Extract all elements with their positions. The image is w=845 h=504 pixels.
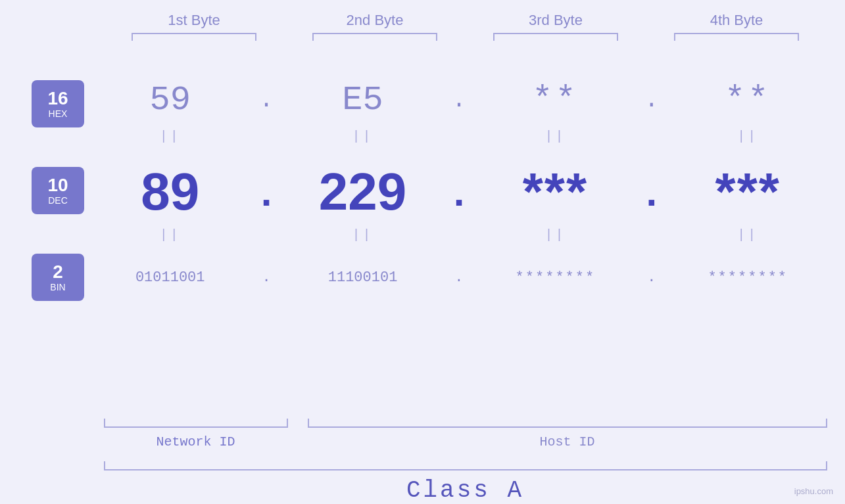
hex-number: 16	[47, 89, 68, 109]
byte2-header: 2nd Byte	[309, 12, 441, 29]
dec-b2-cell: 229	[297, 162, 429, 222]
bin-dot1: .	[250, 269, 283, 286]
sep1-b3: ||	[489, 129, 621, 144]
sep-row-2: || || || ||	[97, 225, 821, 244]
bracket-b2	[312, 33, 437, 41]
dec-dot1: .	[250, 170, 283, 215]
dec-value-row: 89 . 229 . *** . ***	[97, 159, 821, 225]
bin-dot3: .	[635, 269, 668, 286]
byte4-header: 4th Byte	[671, 12, 802, 29]
byte3-header: 3rd Byte	[490, 12, 621, 29]
hex-b3-cell: **	[489, 81, 621, 120]
dec-dot2: .	[443, 170, 475, 215]
bin-dot2: .	[443, 269, 475, 286]
byte-headers-row: 1st Byte 2nd Byte 3rd Byte 4th Byte	[104, 0, 827, 29]
hex-b2-cell: E5	[297, 81, 429, 120]
dec-b1-cell: 89	[105, 162, 236, 222]
bottom-section: Network ID Host ID	[104, 419, 827, 449]
hex-b4: **	[725, 81, 771, 120]
bin-b1: 01011001	[135, 269, 205, 286]
hex-dot2: .	[443, 87, 475, 114]
bin-b2: 11100101	[328, 269, 398, 286]
sep2-b1: ||	[105, 227, 236, 242]
sep2-b2: ||	[297, 227, 429, 242]
watermark: ipshu.com	[794, 486, 833, 496]
bin-b2-cell: 11100101	[297, 269, 429, 286]
sep2-b4: ||	[682, 227, 813, 242]
main-grid: 16 HEX 10 DEC 2 BIN 59 .	[0, 41, 845, 413]
dec-badge: 10 DEC	[32, 167, 84, 214]
bottom-brackets	[104, 419, 827, 428]
dec-b4: ***	[715, 162, 781, 222]
id-labels: Network ID Host ID	[104, 434, 827, 449]
full-bracket-row	[104, 461, 827, 470]
dec-b3-cell: ***	[489, 162, 621, 222]
bin-value-row: 01011001 . 11100101 . ******** .	[97, 251, 821, 304]
bracket-b1	[132, 33, 256, 41]
full-bracket	[104, 461, 827, 470]
network-id-label: Network ID	[104, 434, 288, 449]
dec-dot3: .	[635, 170, 668, 215]
top-brackets	[104, 33, 827, 41]
dec-number: 10	[47, 175, 68, 196]
dec-b4-cell: ***	[682, 162, 813, 222]
hex-dot3: .	[635, 87, 668, 114]
dec-b2: 229	[319, 162, 406, 222]
bin-label: BIN	[50, 282, 65, 292]
sep1-b2: ||	[297, 129, 429, 144]
dec-b1: 89	[141, 162, 199, 222]
bracket-b4	[674, 33, 799, 41]
hex-badge: 16 HEX	[32, 80, 84, 127]
bin-badge: 2 BIN	[32, 254, 84, 301]
sep-row-1: || || || ||	[97, 126, 821, 146]
hex-b4-cell: **	[682, 81, 813, 120]
sep1-b1: ||	[105, 129, 236, 144]
hex-b3: **	[532, 81, 578, 120]
bin-b3: ********	[516, 269, 596, 286]
labels-column: 16 HEX 10 DEC 2 BIN	[0, 54, 84, 301]
host-id-label: Host ID	[308, 434, 827, 449]
sep2-b3: ||	[489, 227, 621, 242]
bin-number: 2	[53, 262, 63, 283]
hex-value-row: 59 . E5 . ** . **	[97, 74, 821, 126]
class-label-row: Class A	[104, 477, 827, 504]
network-bracket	[104, 419, 288, 428]
hex-b2: E5	[342, 81, 383, 120]
dec-label: DEC	[48, 195, 68, 206]
bin-b4-cell: ********	[682, 269, 813, 286]
bin-b1-cell: 01011001	[105, 269, 236, 286]
bracket-b3	[493, 33, 618, 41]
values-area: 59 . E5 . ** . **	[84, 54, 845, 304]
byte1-header: 1st Byte	[128, 12, 260, 29]
hex-dot1: .	[250, 87, 283, 114]
hex-b1-cell: 59	[105, 81, 236, 120]
host-bracket	[308, 419, 827, 428]
hex-b1: 59	[149, 81, 190, 120]
bin-b4: ********	[708, 269, 788, 286]
hex-label: HEX	[49, 108, 68, 119]
sep1-b4: ||	[682, 129, 813, 144]
page-container: 1st Byte 2nd Byte 3rd Byte 4th Byte 16 H…	[0, 0, 845, 504]
class-label: Class A	[406, 477, 524, 504]
bin-b3-cell: ********	[489, 269, 621, 286]
dec-b3: ***	[523, 162, 588, 222]
